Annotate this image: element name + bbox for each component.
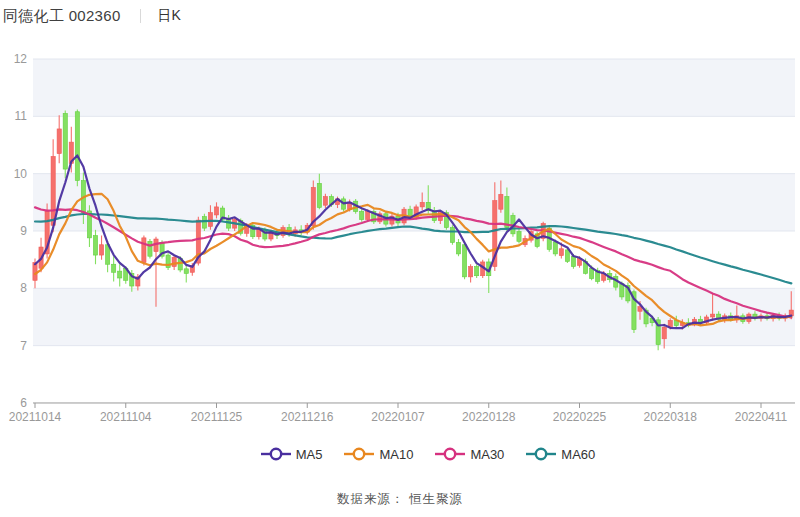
candle-down[interactable] xyxy=(505,197,509,228)
legend-item-ma60[interactable]: MA60 xyxy=(526,446,595,462)
candle-down[interactable] xyxy=(75,112,79,181)
candle-up[interactable] xyxy=(711,314,715,317)
candle-down[interactable] xyxy=(462,245,466,277)
candle-up[interactable] xyxy=(172,257,176,266)
candle-down[interactable] xyxy=(517,232,521,242)
plot-band xyxy=(33,288,795,345)
candle-up[interactable] xyxy=(214,207,218,215)
candle-down[interactable] xyxy=(202,217,206,228)
chart-header: 同德化工 002360 日K xyxy=(3,5,181,27)
candle-down[interactable] xyxy=(184,269,188,274)
candle-down[interactable] xyxy=(360,211,364,219)
candle-down[interactable] xyxy=(317,183,321,207)
legend-label: MA30 xyxy=(470,447,504,462)
candle-down[interactable] xyxy=(571,256,575,266)
candle-down[interactable] xyxy=(565,250,569,261)
candle-up[interactable] xyxy=(366,211,370,219)
x-tick-label: 20211216 xyxy=(281,410,334,424)
candlestick-chart[interactable]: 2021101420211104202111252021121620220107… xyxy=(0,0,800,440)
candle-down[interactable] xyxy=(450,228,454,243)
plot-band xyxy=(33,174,795,231)
y-tick-label: 8 xyxy=(20,281,27,295)
x-tick-label: 20211125 xyxy=(191,410,243,424)
y-tick-label: 6 xyxy=(20,396,27,410)
candle-down[interactable] xyxy=(148,241,152,256)
candle-up[interactable] xyxy=(469,267,473,277)
stock-title: 同德化工 002360 xyxy=(3,7,121,26)
plot-band xyxy=(33,59,795,116)
ma30-legend-marker-icon xyxy=(435,446,465,462)
legend-label: MA5 xyxy=(296,447,323,462)
candle-up[interactable] xyxy=(57,129,61,154)
candle-up[interactable] xyxy=(662,327,666,338)
y-tick-label: 9 xyxy=(20,224,27,238)
candle-down[interactable] xyxy=(118,271,122,278)
candle-up[interactable] xyxy=(499,194,503,209)
candle-up[interactable] xyxy=(420,202,424,207)
candle-up[interactable] xyxy=(323,197,327,206)
y-tick-label: 12 xyxy=(14,52,28,66)
legend-item-ma30[interactable]: MA30 xyxy=(435,446,504,462)
y-tick-label: 10 xyxy=(14,167,28,181)
x-tick-label: 20220225 xyxy=(553,410,607,424)
legend-item-ma10[interactable]: MA10 xyxy=(344,446,413,462)
candle-up[interactable] xyxy=(208,213,212,227)
candle-up[interactable] xyxy=(99,245,103,255)
x-tick-label: 20220107 xyxy=(371,410,425,424)
candle-down[interactable] xyxy=(553,242,557,254)
candle-down[interactable] xyxy=(63,113,67,169)
y-tick-label: 7 xyxy=(20,339,27,353)
data-source-caption: 数据来源： 恒生聚源 xyxy=(0,491,800,508)
candle-up[interactable] xyxy=(142,238,146,263)
ma10-legend-marker-icon xyxy=(344,446,374,462)
candle-down[interactable] xyxy=(475,267,479,276)
x-tick-label: 20220411 xyxy=(735,410,788,424)
candle-up[interactable] xyxy=(559,249,563,256)
legend-label: MA10 xyxy=(379,447,413,462)
x-tick-label: 20220318 xyxy=(644,410,698,424)
x-tick-label: 20211014 xyxy=(9,410,62,424)
candle-down[interactable] xyxy=(456,242,460,253)
y-tick-label: 11 xyxy=(15,109,28,123)
candle-down[interactable] xyxy=(112,264,116,272)
ma5-legend-marker-icon xyxy=(261,446,291,462)
candle-up[interactable] xyxy=(51,156,55,225)
chart-legend: MA5MA10MA30MA60 xyxy=(28,446,800,462)
legend-item-ma5[interactable]: MA5 xyxy=(261,446,323,462)
candle-down[interactable] xyxy=(93,236,97,255)
x-tick-label: 20211104 xyxy=(100,410,152,424)
ma60-legend-marker-icon xyxy=(526,446,556,462)
header-separator xyxy=(140,9,141,23)
period-tab-daily-k[interactable]: 日K xyxy=(158,7,181,25)
x-tick-label: 20220128 xyxy=(462,410,516,424)
legend-label: MA60 xyxy=(561,447,595,462)
